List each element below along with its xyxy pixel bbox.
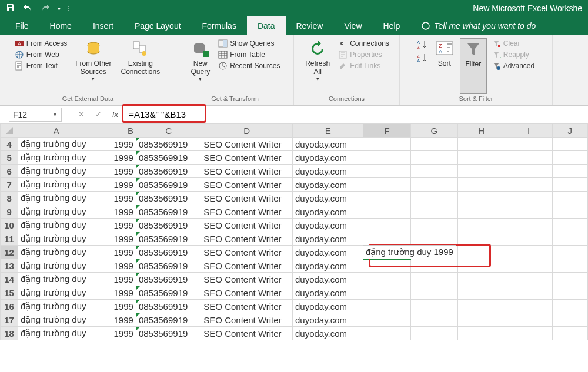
cell[interactable]: 1999 xyxy=(95,273,136,286)
col-header-D[interactable]: D xyxy=(201,124,293,138)
row-header[interactable]: 7 xyxy=(1,178,18,192)
cell[interactable] xyxy=(458,313,505,327)
tab-data[interactable]: Data xyxy=(247,16,286,35)
cell[interactable]: SEO Content Writer xyxy=(201,273,293,286)
col-header-H[interactable]: H xyxy=(458,124,505,138)
col-header-F[interactable]: F xyxy=(363,124,410,138)
cell[interactable] xyxy=(552,151,587,165)
cell[interactable] xyxy=(410,286,457,300)
cell[interactable]: SEO Content Writer xyxy=(201,151,293,165)
cell[interactable]: 0853569919 xyxy=(136,138,201,151)
tab-insert[interactable]: Insert xyxy=(82,16,124,35)
tab-view[interactable]: View xyxy=(333,16,372,35)
cell[interactable] xyxy=(552,313,587,327)
cell[interactable]: 1999 xyxy=(95,192,136,205)
cell[interactable]: đặng trường duy xyxy=(18,178,95,192)
cell[interactable] xyxy=(552,286,587,300)
cell[interactable]: 0853569919 xyxy=(136,192,201,205)
cell[interactable] xyxy=(410,192,457,205)
cell[interactable]: 0853569919 xyxy=(136,327,201,340)
cell[interactable] xyxy=(458,246,505,259)
cell[interactable]: SEO Content Writer xyxy=(201,286,293,300)
cell[interactable] xyxy=(552,192,587,205)
cell[interactable]: SEO Content Writer xyxy=(201,300,293,313)
existing-connections-button[interactable]: Existing Connections xyxy=(117,38,163,94)
cell[interactable]: đặng trường duy xyxy=(18,327,95,340)
refresh-all-button[interactable]: Refresh All ▾ xyxy=(302,38,333,94)
cell[interactable] xyxy=(505,205,552,219)
cell[interactable] xyxy=(363,327,410,340)
cell[interactable]: SEO Content Writer xyxy=(201,138,293,151)
cell[interactable]: SEO Content Writer xyxy=(201,219,293,232)
cell[interactable] xyxy=(363,205,410,219)
col-header-G[interactable]: G xyxy=(410,124,457,138)
cell[interactable]: duyoday.com xyxy=(292,178,363,192)
cell[interactable] xyxy=(505,327,552,340)
cell[interactable]: đặng trường duy xyxy=(18,259,95,273)
cell[interactable] xyxy=(505,165,552,178)
cell[interactable] xyxy=(505,273,552,286)
spreadsheet-grid[interactable]: ABCDEFGHIJ 4đặng trường duy1999085356991… xyxy=(0,123,588,340)
cell[interactable] xyxy=(363,178,410,192)
cell[interactable]: 1999 xyxy=(95,151,136,165)
cell[interactable]: duyoday.com xyxy=(292,259,363,273)
cell[interactable]: đặng trường duy xyxy=(18,219,95,232)
cell[interactable]: 0853569919 xyxy=(136,273,201,286)
cell[interactable]: duyoday.com xyxy=(292,205,363,219)
cell[interactable] xyxy=(505,300,552,313)
cell[interactable] xyxy=(458,327,505,340)
cell[interactable]: duyoday.com xyxy=(292,192,363,205)
cell[interactable] xyxy=(458,151,505,165)
tab-help[interactable]: Help xyxy=(373,16,411,35)
cell[interactable]: 0853569919 xyxy=(136,219,201,232)
cell[interactable] xyxy=(410,327,457,340)
qat-customize-icon[interactable]: ▾ xyxy=(58,5,61,12)
cell[interactable]: đặng trường duy xyxy=(18,300,95,313)
cell[interactable]: 0853569919 xyxy=(136,165,201,178)
fx-icon[interactable]: fx xyxy=(112,110,118,119)
sort-button[interactable]: ZA Sort xyxy=(432,38,457,94)
cell[interactable] xyxy=(505,151,552,165)
undo-icon[interactable] xyxy=(22,4,33,14)
row-header[interactable]: 18 xyxy=(1,327,18,340)
row-header[interactable]: 15 xyxy=(1,286,18,300)
filter-button[interactable]: Filter xyxy=(460,38,487,94)
col-header-A[interactable]: A xyxy=(18,124,95,138)
tab-home[interactable]: Home xyxy=(39,16,82,35)
col-header-I[interactable]: I xyxy=(505,124,552,138)
row-header[interactable]: 17 xyxy=(1,313,18,327)
row-header[interactable]: 11 xyxy=(1,232,18,246)
row-header[interactable]: 10 xyxy=(1,219,18,232)
from-web-button[interactable]: From Web xyxy=(12,49,69,60)
recent-sources-button[interactable]: Recent Sources xyxy=(216,61,282,71)
cell[interactable] xyxy=(410,205,457,219)
cell[interactable]: 0853569919 xyxy=(136,151,201,165)
cell[interactable]: SEO Content Writer xyxy=(201,327,293,340)
cell[interactable] xyxy=(505,178,552,192)
advanced-button[interactable]: Advanced xyxy=(489,61,537,71)
enter-icon[interactable]: ✓ xyxy=(95,110,102,119)
cell[interactable] xyxy=(552,205,587,219)
cell[interactable] xyxy=(552,246,587,259)
cell[interactable] xyxy=(505,313,552,327)
chevron-down-icon[interactable]: ▼ xyxy=(52,112,58,118)
cell[interactable] xyxy=(363,151,410,165)
row-header[interactable]: 16 xyxy=(1,300,18,313)
cell[interactable]: 0853569919 xyxy=(136,313,201,327)
row-header[interactable]: 12 xyxy=(1,246,18,259)
cell[interactable]: 1999 xyxy=(95,165,136,178)
cell[interactable] xyxy=(410,138,457,151)
cell[interactable]: 1999 xyxy=(95,178,136,192)
cell[interactable] xyxy=(410,259,457,273)
cell[interactable] xyxy=(552,219,587,232)
cell[interactable] xyxy=(363,165,410,178)
cell[interactable] xyxy=(552,165,587,178)
redo-icon[interactable] xyxy=(40,4,51,14)
cell[interactable]: đặng trường duy xyxy=(18,246,95,259)
cell[interactable] xyxy=(410,273,457,286)
cell[interactable] xyxy=(552,138,587,151)
cell[interactable]: duyoday.com xyxy=(292,232,363,246)
col-header-E[interactable]: E xyxy=(292,124,363,138)
cell[interactable]: 1999 xyxy=(95,246,136,259)
formula-input[interactable] xyxy=(125,108,244,121)
